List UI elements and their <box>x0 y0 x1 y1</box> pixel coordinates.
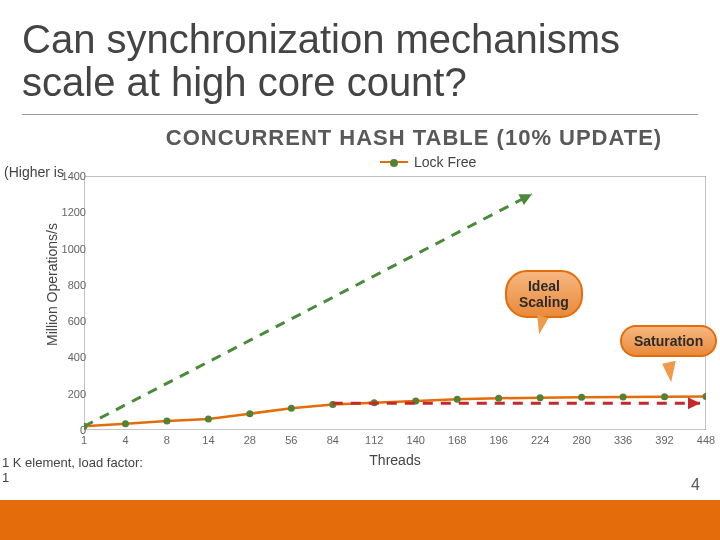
y-tick: 400 <box>52 351 86 363</box>
callout-saturation: Saturation <box>620 325 717 357</box>
x-tick: 336 <box>614 434 632 446</box>
x-tick: 28 <box>244 434 256 446</box>
x-tick: 448 <box>697 434 715 446</box>
x-tick: 112 <box>365 434 383 446</box>
slide-title: Can synchronization mechanisms scale at … <box>22 18 698 104</box>
x-tick: 224 <box>531 434 549 446</box>
x-tick: 140 <box>407 434 425 446</box>
y-tick: 600 <box>52 315 86 327</box>
legend-label: Lock Free <box>414 154 476 170</box>
svg-point-2 <box>122 420 129 427</box>
svg-point-14 <box>620 393 627 400</box>
svg-point-15 <box>661 393 668 400</box>
x-tick: 84 <box>327 434 339 446</box>
x-tick: 56 <box>285 434 297 446</box>
legend-marker <box>380 161 408 163</box>
svg-point-6 <box>288 405 295 412</box>
x-tick: 280 <box>572 434 590 446</box>
svg-point-4 <box>205 416 212 423</box>
x-tick: 4 <box>122 434 128 446</box>
x-tick: 196 <box>489 434 507 446</box>
x-tick: 8 <box>164 434 170 446</box>
svg-point-10 <box>454 396 461 403</box>
y-tick: 200 <box>52 388 86 400</box>
svg-point-13 <box>578 394 585 401</box>
y-tick: 800 <box>52 279 86 291</box>
x-axis-label: Threads <box>84 452 706 468</box>
title-underline <box>22 114 698 115</box>
x-tick: 1 <box>81 434 87 446</box>
svg-point-11 <box>495 395 502 402</box>
svg-point-16 <box>703 393 707 400</box>
x-tick: 392 <box>655 434 673 446</box>
bottom-accent-bar <box>0 500 720 540</box>
svg-rect-0 <box>84 176 706 430</box>
svg-point-5 <box>246 410 253 417</box>
y-tick: 1200 <box>52 206 86 218</box>
x-tick: 168 <box>448 434 466 446</box>
plot-area <box>84 176 706 430</box>
legend: Lock Free <box>380 154 476 170</box>
chart-title: CONCURRENT HASH TABLE (10% UPDATE) <box>130 125 698 151</box>
svg-point-3 <box>163 417 170 424</box>
x-tick: 14 <box>202 434 214 446</box>
footnote: 1 K element, load factor: 1 <box>2 456 152 486</box>
svg-marker-18 <box>688 397 700 409</box>
callout-ideal-scaling: IdealScaling <box>505 270 583 318</box>
y-tick: 1000 <box>52 243 86 255</box>
slide-number: 4 <box>691 476 700 494</box>
chart: Million Operations/s 0200400600800100012… <box>54 176 706 466</box>
svg-point-12 <box>537 394 544 401</box>
y-tick: 1400 <box>52 170 86 182</box>
